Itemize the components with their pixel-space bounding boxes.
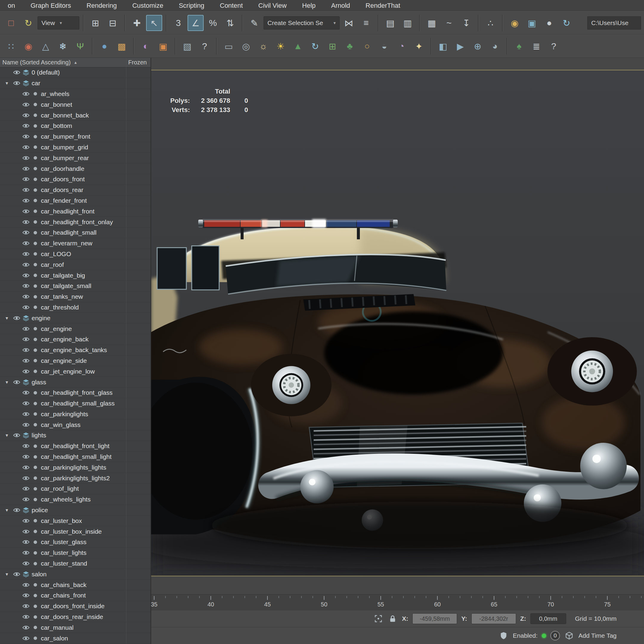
tree-row[interactable]: car_leverarm_new: [0, 238, 151, 249]
tree-row[interactable]: car_engine: [0, 323, 151, 334]
curve-editor-icon[interactable]: ~: [441, 15, 457, 31]
tree-row[interactable]: car_headlight_front_onlay: [0, 217, 151, 227]
menu-item-renderthat[interactable]: RenderThat: [358, 0, 408, 11]
item-label[interactable]: car_fender_front: [41, 197, 87, 204]
visibility-eye-icon[interactable]: [21, 401, 31, 406]
tree-row[interactable]: car_parkinglights: [0, 409, 151, 420]
item-label[interactable]: car_chairs_back: [41, 581, 86, 589]
item-label[interactable]: car_luster_box: [41, 517, 82, 524]
menu-item-graph-editors[interactable]: Graph Editors: [23, 0, 79, 11]
visibility-eye-icon[interactable]: [21, 326, 31, 331]
visibility-eye-icon[interactable]: [21, 134, 31, 139]
visibility-eye-icon[interactable]: [12, 316, 21, 321]
tree-row[interactable]: ▼car: [0, 78, 151, 89]
viewport-canvas[interactable]: [151, 70, 644, 576]
tree-row[interactable]: car_parkinglights_lights: [0, 462, 151, 473]
named-selection-sets-dropdown[interactable]: Create Selection Se ▾: [264, 16, 340, 30]
tree-row[interactable]: car_doorhandle: [0, 163, 151, 174]
tree-row[interactable]: ▼lights: [0, 430, 151, 441]
item-label[interactable]: car_doors_rear: [41, 186, 83, 193]
visibility-eye-icon[interactable]: [21, 230, 31, 235]
redo-icon[interactable]: ↻: [20, 15, 36, 31]
tree-row[interactable]: car_roof: [0, 259, 151, 270]
tree-row[interactable]: car_bumper_front: [0, 131, 151, 142]
visibility-eye-icon[interactable]: [21, 156, 31, 160]
item-label[interactable]: car_luster_glass: [41, 538, 86, 546]
forest-pack-icon[interactable]: ⊞: [324, 38, 340, 54]
tree-row[interactable]: ▼salon: [0, 569, 151, 580]
item-label[interactable]: ar_wheels: [41, 90, 69, 97]
sphere-primitive-icon[interactable]: ●: [96, 38, 112, 54]
item-label[interactable]: 0 (default): [32, 69, 60, 76]
select-and-link-icon[interactable]: ⊞: [87, 15, 103, 31]
foliage-icon[interactable]: Ψ: [72, 38, 88, 54]
tree-row[interactable]: car_tanks_new: [0, 292, 151, 302]
select-object-icon[interactable]: ↖: [146, 15, 162, 31]
visibility-eye-icon[interactable]: [21, 188, 31, 192]
tree-row[interactable]: car_headlight_small: [0, 227, 151, 238]
timeline-ruler[interactable]: 354045505560657075: [151, 594, 644, 610]
perspective-eye-icon[interactable]: ◕: [487, 38, 503, 54]
item-label[interactable]: car_headlight_front_light: [41, 442, 109, 450]
item-label[interactable]: car_wheels_lights: [41, 496, 91, 503]
visibility-eye-icon[interactable]: [21, 444, 31, 448]
item-label[interactable]: car_bonnet_back: [41, 112, 89, 119]
tree-row[interactable]: car_luster_glass: [0, 537, 151, 548]
percent-snap-toggle-icon[interactable]: %: [205, 15, 221, 31]
visibility-eye-icon[interactable]: [21, 497, 31, 502]
item-label[interactable]: car_engine_back: [41, 336, 89, 343]
item-label[interactable]: car_headlight_small_glass: [41, 400, 114, 407]
item-label[interactable]: car_roof_light: [41, 485, 79, 492]
tree-row[interactable]: ▼glass: [0, 377, 151, 388]
add-time-tag-label[interactable]: Add Time Tag: [578, 632, 617, 639]
visibility-eye-icon[interactable]: [21, 337, 31, 342]
visibility-eye-icon[interactable]: [21, 305, 31, 310]
item-label[interactable]: car: [32, 80, 40, 87]
array-tools-icon[interactable]: ∴: [482, 15, 499, 31]
tree-row[interactable]: car_headlight_small_glass: [0, 398, 151, 409]
item-label[interactable]: car_engine_back_tanks: [41, 346, 107, 354]
render-iterative-icon[interactable]: ↻: [558, 15, 575, 31]
angle-snap-toggle-icon[interactable]: ∠: [188, 15, 204, 31]
tree-row[interactable]: car_parkinglights_lights2: [0, 473, 151, 484]
expand-arrow-icon[interactable]: ▼: [2, 508, 12, 513]
spinner-snap-toggle-icon[interactable]: ⇅: [222, 15, 238, 31]
rotate-environment-icon[interactable]: ↻: [307, 38, 323, 54]
item-label[interactable]: car_manual: [41, 624, 74, 631]
item-label[interactable]: car_bonnet: [41, 101, 72, 108]
visibility-eye-icon[interactable]: [21, 252, 31, 256]
region-render-icon[interactable]: ▣: [155, 38, 171, 54]
item-label[interactable]: car_luster_box_inside: [41, 528, 102, 535]
sun-positioner-icon[interactable]: ☀: [273, 38, 289, 54]
item-label[interactable]: car_engine: [41, 325, 72, 332]
tree-row[interactable]: car_luster_box: [0, 515, 151, 526]
tree-row[interactable]: car_bonnet_back: [0, 110, 151, 121]
tree-row[interactable]: car_headlight_small_light: [0, 452, 151, 462]
item-label[interactable]: car_headlight_small_light: [41, 453, 112, 460]
item-label[interactable]: car_bumper_rear: [41, 154, 89, 162]
item-label[interactable]: police: [32, 507, 48, 514]
tree-row[interactable]: car_threshold: [0, 302, 151, 313]
item-label[interactable]: salon: [32, 571, 47, 578]
layer-explorer-toggle-icon[interactable]: ▥: [400, 15, 416, 31]
expand-arrow-icon[interactable]: ▼: [2, 81, 12, 86]
visibility-eye-icon[interactable]: [21, 486, 31, 491]
visibility-eye-icon[interactable]: [21, 284, 31, 288]
pine-tree-icon[interactable]: ▲: [290, 38, 306, 54]
tree-row[interactable]: car_doors_front_inside: [0, 601, 151, 612]
tree-row[interactable]: car_engine_back: [0, 334, 151, 345]
expand-arrow-icon[interactable]: ▼: [2, 316, 12, 321]
tree-row[interactable]: car_luster_stand: [0, 558, 151, 569]
visibility-eye-icon[interactable]: [21, 583, 31, 587]
visibility-eye-icon[interactable]: [21, 412, 31, 417]
visibility-eye-icon[interactable]: [21, 476, 31, 481]
visibility-eye-icon[interactable]: [21, 518, 31, 523]
color-swatches-icon[interactable]: ▩: [114, 38, 130, 54]
visibility-eye-icon[interactable]: [21, 561, 31, 566]
tree-row[interactable]: car_fender_front: [0, 196, 151, 206]
expand-arrow-icon[interactable]: ▼: [2, 380, 12, 385]
item-label[interactable]: car_leverarm_new: [41, 240, 92, 247]
item-label[interactable]: car_bottom: [41, 122, 72, 129]
visibility-eye-icon[interactable]: [12, 70, 21, 75]
tree-row[interactable]: car_bottom: [0, 121, 151, 131]
